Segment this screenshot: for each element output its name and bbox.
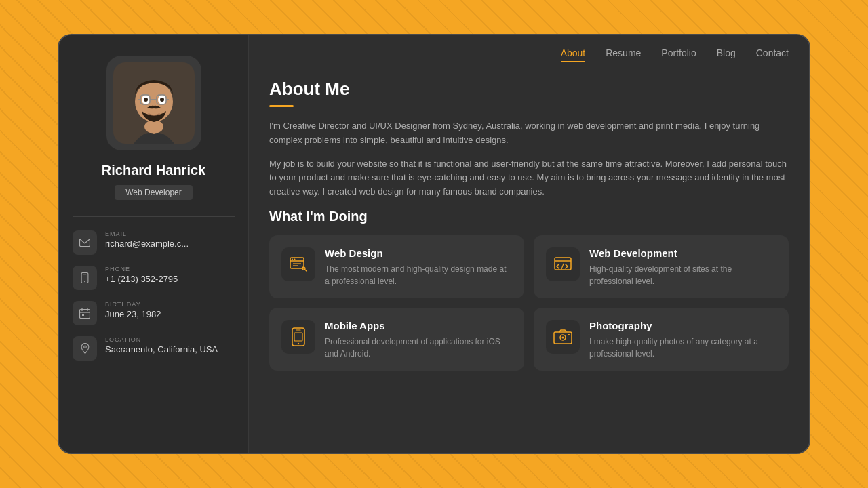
phone-icon bbox=[73, 266, 97, 290]
sidebar: Richard Hanrick Web Developer EMAIL rich… bbox=[59, 35, 249, 453]
email-content: EMAIL richard@example.c... bbox=[105, 230, 189, 249]
mobile-desc: Professional development of applications… bbox=[325, 336, 512, 360]
service-card-web-dev: Web Development High-quality development… bbox=[534, 235, 789, 298]
bio-paragraph-1: I'm Creative Director and UI/UX Designer… bbox=[269, 119, 789, 148]
phone-value: +1 (213) 352-2795 bbox=[105, 274, 178, 284]
email-info-item: EMAIL richard@example.c... bbox=[73, 230, 235, 255]
birthday-value: June 23, 1982 bbox=[105, 309, 161, 319]
avatar-container bbox=[106, 56, 201, 150]
content-area: About Me I'm Creative Director and UI/UX… bbox=[249, 62, 809, 453]
photo-icon bbox=[546, 320, 580, 354]
photo-name: Photography bbox=[589, 320, 776, 331]
phone-content: PHONE +1 (213) 352-2795 bbox=[105, 266, 178, 284]
main-content: About Resume Portfolio Blog Contact Abou… bbox=[249, 35, 809, 453]
svg-point-33 bbox=[298, 343, 299, 344]
web-dev-icon bbox=[546, 247, 580, 281]
sidebar-divider bbox=[73, 216, 235, 217]
location-content: LOCATION Sacramento, California, USA bbox=[105, 336, 218, 354]
what-doing-title: What I'm Doing bbox=[269, 209, 789, 224]
web-design-icon bbox=[281, 247, 315, 281]
services-grid: Web Design The most modern and high-qual… bbox=[269, 235, 789, 371]
main-card: Richard Hanrick Web Developer EMAIL rich… bbox=[58, 34, 810, 454]
photo-desc: I make high-quality photos of any catego… bbox=[589, 336, 776, 360]
svg-rect-29 bbox=[555, 258, 571, 270]
service-card-photo: Photography I make high-quality photos o… bbox=[534, 308, 789, 371]
mobile-info: Mobile Apps Professional development of … bbox=[325, 320, 512, 360]
svg-line-31 bbox=[561, 264, 564, 269]
nav-blog[interactable]: Blog bbox=[717, 47, 736, 62]
photo-info: Photography I make high-quality photos o… bbox=[589, 320, 776, 360]
svg-point-10 bbox=[144, 98, 148, 102]
service-card-web-design: Web Design The most modern and high-qual… bbox=[269, 235, 524, 298]
birthday-info-item: BIRTHDAY June 23, 1982 bbox=[73, 301, 235, 325]
nav-resume[interactable]: Resume bbox=[606, 47, 641, 62]
web-dev-name: Web Development bbox=[589, 247, 776, 259]
birthday-content: BIRTHDAY June 23, 1982 bbox=[105, 301, 161, 319]
user-role: Web Developer bbox=[115, 185, 193, 200]
svg-point-14 bbox=[84, 281, 85, 282]
web-design-desc: The most modern and high-quality design … bbox=[325, 263, 512, 287]
location-info-item: LOCATION Sacramento, California, USA bbox=[73, 336, 235, 361]
user-name: Richard Hanrick bbox=[102, 163, 205, 178]
svg-rect-35 bbox=[294, 333, 302, 341]
mobile-name: Mobile Apps bbox=[325, 320, 512, 331]
svg-point-24 bbox=[292, 258, 293, 260]
location-icon bbox=[73, 336, 97, 361]
svg-rect-16 bbox=[80, 310, 90, 319]
nav-contact[interactable]: Contact bbox=[756, 47, 789, 62]
phone-label: PHONE bbox=[105, 266, 178, 272]
birthday-icon bbox=[73, 301, 97, 325]
avatar bbox=[113, 62, 195, 144]
location-label: LOCATION bbox=[105, 336, 218, 343]
nav-about[interactable]: About bbox=[561, 47, 586, 62]
phone-info-item: PHONE +1 (213) 352-2795 bbox=[73, 266, 235, 290]
svg-point-38 bbox=[562, 336, 564, 338]
bio-paragraph-2: My job is to build your website so that … bbox=[269, 157, 789, 199]
email-value: richard@example.c... bbox=[105, 239, 189, 249]
birthday-label: BIRTHDAY bbox=[105, 301, 161, 308]
svg-point-11 bbox=[160, 98, 164, 102]
title-underline bbox=[269, 105, 294, 107]
web-dev-info: Web Development High-quality development… bbox=[589, 247, 776, 287]
service-card-mobile: Mobile Apps Professional development of … bbox=[269, 308, 524, 371]
about-title: About Me bbox=[269, 79, 789, 100]
nav-portfolio[interactable]: Portfolio bbox=[661, 47, 696, 62]
svg-rect-20 bbox=[82, 314, 84, 316]
web-dev-desc: High-quality development of sites at the… bbox=[589, 263, 776, 287]
mobile-icon bbox=[281, 320, 315, 354]
web-design-name: Web Design bbox=[325, 247, 512, 259]
nav-bar: About Resume Portfolio Blog Contact bbox=[249, 35, 809, 62]
svg-point-21 bbox=[83, 346, 86, 348]
email-label: EMAIL bbox=[105, 230, 189, 237]
email-icon bbox=[73, 230, 97, 255]
info-list: EMAIL richard@example.c... PHONE +1 (213… bbox=[73, 230, 235, 361]
svg-point-25 bbox=[294, 258, 296, 260]
svg-rect-39 bbox=[568, 334, 570, 336]
web-design-info: Web Design The most modern and high-qual… bbox=[325, 247, 512, 287]
location-value: Sacramento, California, USA bbox=[105, 344, 218, 354]
